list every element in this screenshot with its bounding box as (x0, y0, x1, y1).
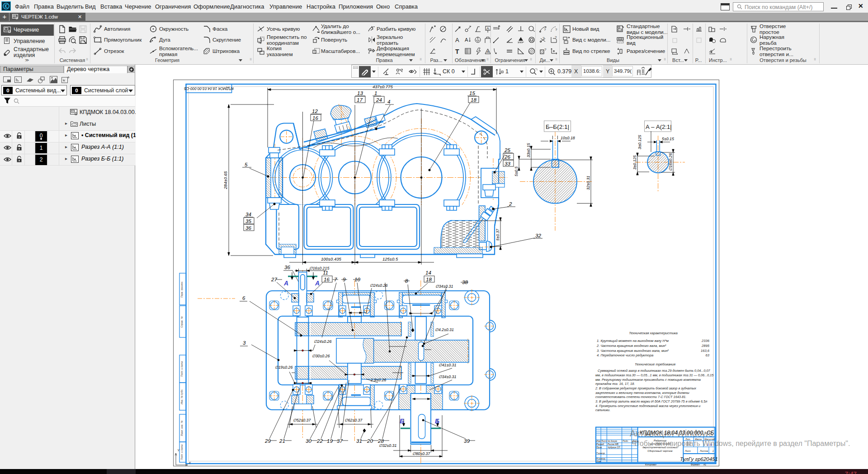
svg-text:32±0.31: 32±0.31 (586, 175, 590, 190)
svg-text:зацеплениях и величину пятна к: зацеплениях и величину пятна контакта, к… (595, 391, 689, 395)
svg-text:А: А (315, 280, 320, 287)
svg-text:34: 34 (245, 212, 251, 217)
svg-text:∅24±0.26: ∅24±0.26 (370, 283, 388, 288)
svg-text:18: 18 (426, 277, 432, 282)
svg-text:39: 39 (464, 438, 470, 444)
svg-text:Разраб.: Разраб. (596, 443, 604, 446)
svg-text:1: 1 (712, 450, 714, 452)
svg-text:163,6: 163,6 (701, 349, 710, 353)
svg-text:13: 13 (357, 90, 363, 96)
svg-text:5±0.15: 5±0.15 (662, 137, 674, 141)
svg-text:Чубукин СП: Чубукин СП (608, 446, 620, 449)
svg-text:Инв. № дубл.: Инв. № дубл. (180, 389, 183, 404)
svg-text:КПДМОК 18.04.03.00.000-СБ: КПДМОК 18.04.03.00.000-СБ (184, 86, 234, 90)
svg-text:24: 24 (376, 97, 382, 103)
svg-text:Т.контр.: Т.контр. (596, 452, 605, 455)
svg-text:Подп. и дата: Подп. и дата (180, 445, 183, 460)
svg-text:?: ? (542, 36, 545, 40)
svg-text:1. Крутящий момент на выходном: 1. Крутящий момент на выходном валу Н*м (597, 339, 669, 343)
svg-text:2. В собранном редукторе прове: 2. В собранном редукторе проверить боков… (595, 386, 696, 390)
svg-text:20: 20 (367, 438, 373, 444)
svg-text:2.9±0.26: 2.9±0.26 (370, 378, 386, 382)
svg-text:16: 16 (312, 115, 318, 121)
svg-text:?: ? (544, 28, 546, 32)
svg-text:∅80±0.37: ∅80±0.37 (412, 451, 431, 456)
svg-text:∅34±0.31: ∅34±0.31 (439, 374, 457, 379)
svg-text:∅4.2±0.31: ∅4.2±0.31 (435, 327, 454, 332)
svg-text:?: ? (555, 36, 557, 39)
svg-text:A: A (465, 37, 468, 43)
svg-text:∅32±0.31: ∅32±0.31 (379, 443, 397, 448)
svg-text:T: T (455, 48, 459, 55)
svg-text:36: 36 (284, 265, 290, 270)
svg-text:1: 1 (374, 90, 377, 96)
svg-text:Пров.: Пров. (596, 446, 602, 449)
svg-text:X: X (188, 461, 191, 465)
svg-text:30: 30 (306, 438, 311, 444)
svg-text:3±0.125: 3±0.125 (632, 155, 637, 170)
svg-text:3. Частота вращения выходного: 3. Частота вращения выходного вала, мин¹ (597, 349, 669, 353)
svg-text:Техническая характеристика: Техническая характеристика (629, 331, 678, 335)
svg-text:Подп. и дата: Подп. и дата (180, 361, 183, 377)
svg-text:36: 36 (245, 225, 251, 231)
svg-text:2. Частота вращения входного в: 2. Частота вращения входного вала, мин¹ (596, 344, 666, 348)
svg-text:29: 29 (264, 438, 271, 444)
svg-text:5±0.37: 5±0.37 (495, 229, 500, 241)
svg-text:сальники.: сальники. (595, 408, 610, 412)
svg-text:Подп.: Подп. (623, 440, 628, 442)
svg-text:17: 17 (357, 97, 363, 103)
svg-text:4: 4 (387, 99, 390, 104)
svg-text:437±0.775: 437±0.775 (373, 84, 393, 89)
svg-text:35: 35 (245, 218, 251, 224)
svg-text:14: 14 (425, 270, 431, 275)
svg-text:Сборочный чертеж: Сборочный чертеж (647, 450, 673, 452)
svg-text:ТулГу гр620451: ТулГу гр620451 (680, 456, 718, 462)
svg-text:∅34±0.31: ∅34±0.31 (435, 284, 453, 289)
svg-text:5: 5 (245, 162, 248, 167)
svg-text:соответствовать степени точнос: соответствовать степени точности 7-С ГОС… (595, 395, 686, 399)
svg-text:100±0.435: 100±0.435 (321, 256, 342, 261)
svg-text:?: ? (555, 28, 557, 32)
svg-text:А1: А1 (703, 463, 706, 466)
svg-text:№ докум.: № докум. (608, 440, 618, 442)
svg-text:Рысев МВ: Рысев МВ (608, 443, 618, 446)
svg-text:Технические требования: Технические требования (635, 362, 675, 366)
svg-text:33: 33 (505, 161, 510, 166)
svg-text:33±0.15: 33±0.15 (526, 143, 531, 157)
svg-text:32: 32 (535, 233, 541, 238)
svg-text:∅62±0.37: ∅62±0.37 (344, 418, 363, 422)
svg-text:A: A (455, 37, 459, 43)
svg-text:?: ? (544, 47, 547, 52)
svg-text:∅41±0.31: ∅41±0.31 (439, 363, 457, 367)
svg-text:Копировал: Копировал (645, 463, 656, 466)
svg-text:28: 28 (377, 438, 384, 444)
svg-text:15: 15 (469, 90, 475, 96)
svg-text:125±0.5: 125±0.5 (382, 256, 398, 261)
svg-text:Изм Лист: Изм Лист (596, 440, 607, 442)
svg-text:2336: 2336 (701, 339, 710, 343)
svg-text:Взам. инв. №: Взам. инв. № (180, 421, 183, 436)
svg-text:31: 31 (356, 438, 362, 444)
svg-text:мм, в подшипниках поз.30 — 0,0: мм, в подшипниках поз.30 — 0,05...1 мм, … (595, 373, 714, 377)
svg-text:∅19±0.26: ∅19±0.26 (275, 365, 293, 370)
svg-text:12: 12 (312, 109, 318, 114)
svg-text:∅16±0.26: ∅16±0.26 (668, 153, 673, 171)
svg-text:6: 6 (242, 295, 245, 301)
svg-text:5±0.5: 5±0.5 (514, 166, 519, 176)
svg-text:3±0.125: 3±0.125 (637, 135, 642, 149)
svg-text:2: 2 (509, 201, 512, 207)
svg-text:25: 25 (504, 147, 510, 153)
svg-text:Б: Б (435, 417, 439, 425)
svg-text:Б–Б(2:1|: Б–Б(2:1| (546, 123, 569, 130)
svg-text:2895: 2895 (701, 344, 710, 348)
svg-text:прокладок поз. 16, 17, 18.: прокладок поз. 16, 17, 18. (595, 382, 635, 386)
svg-text:А – А(2:1|: А – А(2:1| (646, 123, 672, 130)
svg-text:А: А (486, 26, 489, 31)
svg-text:16: 16 (324, 277, 330, 282)
svg-text:Лист: Лист (684, 450, 691, 452)
svg-text:63: 63 (706, 353, 710, 357)
svg-text:Листов: Листов (699, 450, 708, 452)
svg-text:Б: Б (400, 417, 404, 425)
svg-text:26: 26 (504, 154, 510, 160)
svg-text:А: А (283, 280, 288, 287)
